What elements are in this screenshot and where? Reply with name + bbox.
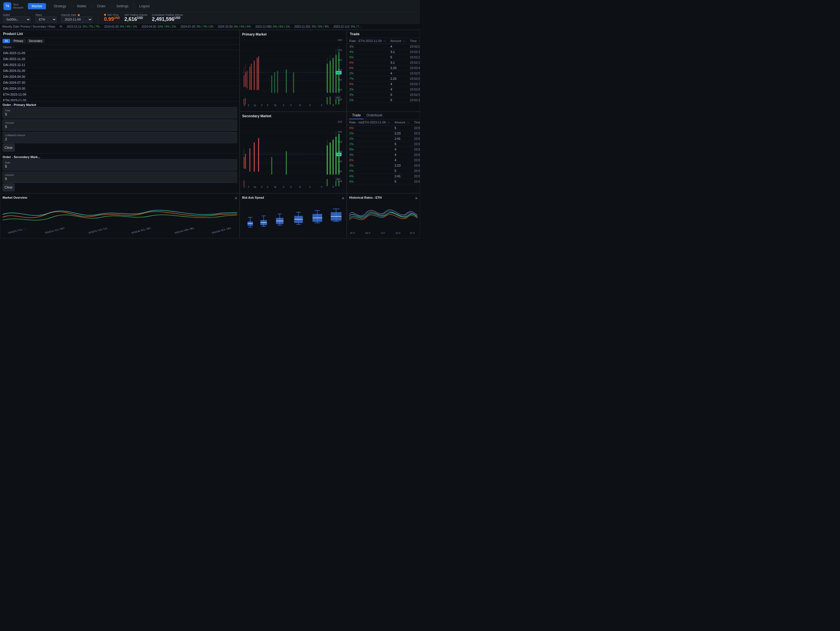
tab-trade[interactable]: Trade <box>349 112 364 119</box>
maturity-item-5[interactable]: 2023-11-090: 5% / 6% / 1% <box>256 25 290 28</box>
list-item[interactable]: DAI-2023-11-20 <box>0 56 239 62</box>
tab-orderbook[interactable]: Orderbook <box>364 112 385 119</box>
table-row[interactable]: 4% 2.41 23:52:9 <box>347 174 420 179</box>
table-row[interactable]: 6% 2.23 23:52:4 <box>347 65 420 71</box>
primary-trade-header: Trade <box>347 30 420 38</box>
list-item[interactable]: ETH-2023-11-20 <box>0 98 239 101</box>
rate-value[interactable]: 5 <box>5 112 235 117</box>
cumvol-label: Cumulative Trading Volume <box>152 14 183 16</box>
maturity-item-4[interactable]: 2024-10-30: 9% / 4% / 4% <box>218 25 251 28</box>
table-row[interactable]: 5% 4 23:52:4 <box>347 147 420 152</box>
collateral-value[interactable]: 2 <box>5 137 235 141</box>
secondary-col-amount[interactable]: Amount ↑↓ <box>392 120 412 125</box>
market-overview-panel: Market Overview ≡ 2023-11-... 2023-11-20… <box>0 193 240 238</box>
svg-text:19: 19 <box>321 185 322 188</box>
svg-text:2024-07-30: 2024-07-30 <box>210 227 232 234</box>
maturity-item-7[interactable]: 2023-12-112: 5% / 7... <box>333 25 362 28</box>
list-item[interactable]: DAI-2024-07-30 <box>0 80 239 86</box>
table-row[interactable]: 5% 5 23:52:2 <box>347 55 420 60</box>
wallet-label: Wallet <box>3 14 31 16</box>
table-row[interactable]: 6% 5 23:52:0 <box>347 125 420 131</box>
maturity-item-6[interactable]: 2023-11-201: 5% / 5% / 9% <box>294 25 329 28</box>
rate-label: Rate <box>5 109 235 112</box>
table-row[interactable]: 3% 2.23 23:52:7 <box>347 163 420 168</box>
tab-secondary[interactable]: Secondary <box>27 39 45 43</box>
product-tabs: All Primary Secondary <box>0 38 239 44</box>
strategy-link[interactable]: Strategy <box>50 4 70 8</box>
svg-text:Aug: Aug <box>254 185 256 188</box>
secondary-col-rate[interactable]: Rate - tsbETH-2023-11-09 ↑↓ <box>347 120 392 125</box>
secondary-col-time[interactable]: Time ↑ <box>412 120 420 125</box>
list-item[interactable]: DAI-2024-01-30 <box>0 68 239 74</box>
primary-col-rate[interactable]: Rate - ETH-2023-11-09 ↑↓ <box>347 38 388 44</box>
table-row[interactable]: 2% 5 23:52:10 <box>347 98 420 103</box>
list-item[interactable]: ETH-2023-11-09 <box>0 91 239 98</box>
amount-value[interactable]: 5 <box>5 125 235 129</box>
time-cell: 23:52:2 <box>407 55 420 60</box>
svg-text:2024-04-30: 2024-04-30 <box>174 227 195 234</box>
svg-text:Sep: Sep <box>274 104 276 107</box>
settings-link[interactable]: Settings <box>112 4 133 8</box>
list-item[interactable]: DAI-2024-04-30 <box>0 74 239 80</box>
tab-all[interactable]: All <box>3 39 10 43</box>
table-row[interactable]: 6% 4 23:52:6 <box>347 158 420 163</box>
primary-market-title: Primary Market <box>242 32 344 36</box>
sort-sec-amount-icon: ↑↓ <box>407 121 410 124</box>
primary-col-time[interactable]: Time ↑ <box>407 38 420 44</box>
amount-cell: 4 <box>388 82 407 87</box>
table-row[interactable]: 2% 4 23:52:5 <box>347 71 420 76</box>
maturity-item-2[interactable]: 2024-04-30: 10% / 9% / 2% <box>142 25 176 28</box>
table-row[interactable]: 5% 5 23:52:10 <box>347 179 420 184</box>
market-button[interactable]: Market <box>28 3 46 9</box>
table-row[interactable]: 2% 2.23 23:52:1 <box>347 131 420 136</box>
maturity-dot <box>78 14 80 16</box>
order-link[interactable]: Order <box>93 4 110 8</box>
logo: TS Term Structure <box>3 2 24 10</box>
logout-link[interactable]: Logout <box>135 4 154 8</box>
table-row[interactable]: 3% 4 23:52:0 <box>347 44 420 49</box>
time-cell: 23:52:9 <box>407 92 420 98</box>
primary-col-amount[interactable]: Amount ↑↓ <box>388 38 407 44</box>
table-row[interactable]: 6% 3.1 23:52:3 <box>347 60 420 65</box>
primary-clear-button[interactable]: Clear <box>3 144 15 151</box>
svg-text:12: 12 <box>243 104 245 106</box>
svg-text:19: 19 <box>291 104 292 106</box>
table-row[interactable]: 3% 4 23:52:5 <box>347 152 420 158</box>
svg-text:2024-01-30: 2024-01-30 <box>130 227 152 234</box>
table-row[interactable]: 2% 5 23:52:8 <box>347 168 420 174</box>
list-item[interactable]: DAI-2023-11-09 <box>0 50 239 56</box>
table-row[interactable]: 2% 4 23:52:8 <box>347 87 420 92</box>
wallet-select[interactable]: 0x000s... <box>3 16 31 22</box>
list-item[interactable]: DAI-2023-12-11 <box>0 62 239 68</box>
sec-rate-value[interactable]: 5 <box>5 165 235 169</box>
token-select[interactable]: ETH <box>35 16 57 22</box>
amount-cell: 5 <box>392 168 412 174</box>
table-row[interactable]: 2% 2.41 23:52:2 <box>347 136 420 142</box>
svg-text:Mar '23: Mar '23 <box>350 232 355 234</box>
time-cell: 23:52:8 <box>407 87 420 92</box>
svg-rect-21 <box>251 64 252 90</box>
svg-rect-79 <box>245 154 246 169</box>
sec-amount-value[interactable]: 5 <box>5 177 235 181</box>
list-item[interactable]: DAI-2024-10-30 <box>0 86 239 91</box>
table-row[interactable]: 7% 2.23 23:52:6 <box>347 76 420 82</box>
bid-ask-menu[interactable]: ≡ <box>342 196 344 200</box>
wallet-link[interactable]: Wallet <box>73 4 90 8</box>
tab-primary[interactable]: Primary <box>11 39 25 43</box>
market-overview-menu[interactable]: ≡ <box>235 196 237 200</box>
table-row[interactable]: 4% 3.1 23:52:1 <box>347 49 420 55</box>
table-row[interactable]: 2% 5 23:52:3 <box>347 142 420 147</box>
maturity-item-3[interactable]: 2024-07-30: 3% / 7% / 2% <box>181 25 214 28</box>
table-row[interactable]: 3% 5 23:52:9 <box>347 92 420 98</box>
rate-cell: 2% <box>347 98 388 103</box>
maturity-select[interactable]: 2023-11-09 <box>61 16 92 22</box>
secondary-clear-button[interactable]: Clear <box>3 183 15 191</box>
svg-rect-94 <box>327 179 328 186</box>
bid-ask-title: Bid-Ask Spead <box>242 196 344 199</box>
maturity-item-0[interactable]: 2023-12-11: 5% / 7% / 7% <box>67 25 100 28</box>
historical-rates-menu[interactable]: ≡ <box>415 196 417 200</box>
maturity-label: Maturity Date <box>61 14 92 16</box>
table-row[interactable]: 6% 4 23:52:7 <box>347 82 420 87</box>
svg-text:2023-11-20: 2023-11-20 <box>44 227 65 234</box>
maturity-item-1[interactable]: 2024-01-30: 9% / 4% / 1% <box>104 25 137 28</box>
